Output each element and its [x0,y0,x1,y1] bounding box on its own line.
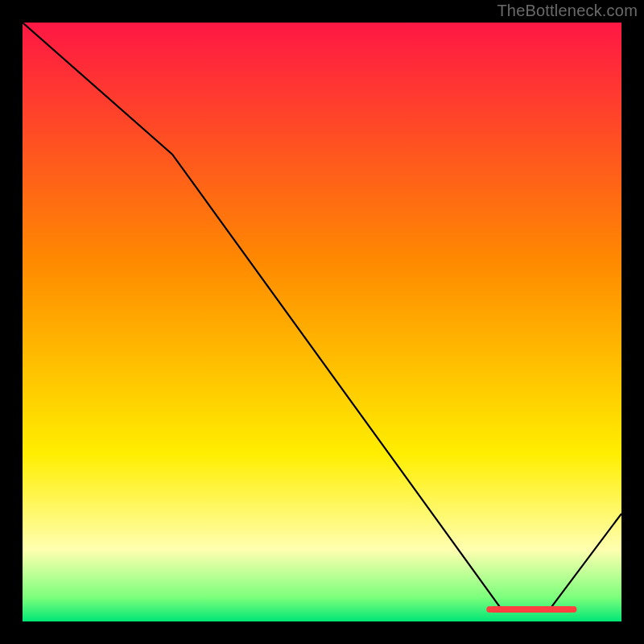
chart-frame: TheBottleneck.com [0,0,644,644]
flat-marker [486,606,576,613]
plot-area [23,23,621,621]
watermark-text: TheBottleneck.com [497,2,638,20]
chart-svg [23,23,621,621]
marker-pill [489,606,573,613]
gradient-background [23,23,621,621]
marker-dot-left [486,606,493,613]
marker-dot-right [571,606,577,613]
